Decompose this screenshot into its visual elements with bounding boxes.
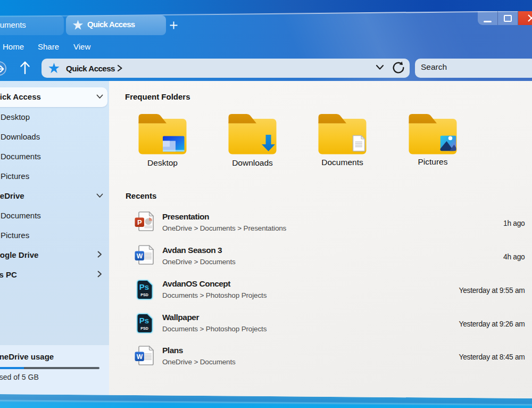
- svg-text:PSD: PSD: [140, 327, 148, 330]
- svg-text:W: W: [137, 353, 143, 361]
- svg-text:P: P: [137, 218, 142, 226]
- svg-text:PSD: PSD: [140, 293, 148, 297]
- svg-text:Ps: Ps: [139, 282, 149, 291]
- svg-text:Ps: Ps: [139, 316, 149, 325]
- svg-text:W: W: [137, 252, 143, 260]
